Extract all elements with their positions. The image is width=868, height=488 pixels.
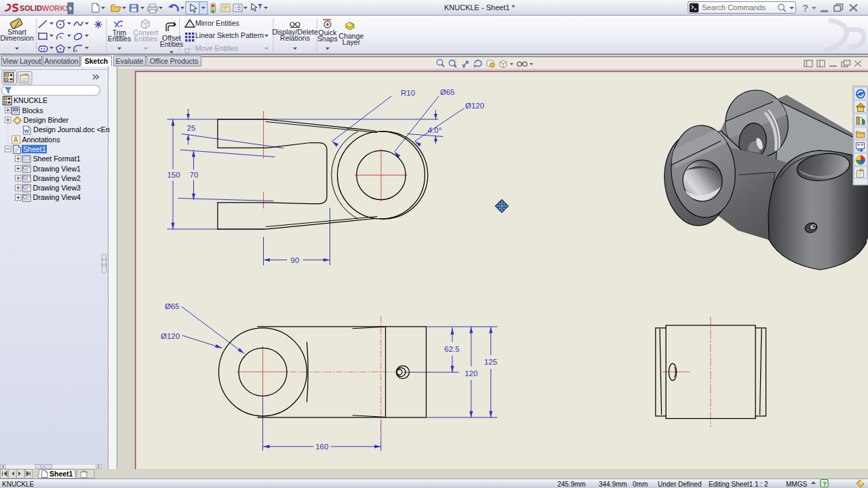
svg-text:Entities: Entities	[134, 35, 157, 43]
svg-text:Annotations: Annotations	[22, 136, 60, 144]
svg-text:120: 120	[465, 369, 477, 378]
svg-text:Relations: Relations	[280, 34, 310, 42]
svg-text:125: 125	[484, 358, 497, 366]
svg-text:?: ?	[823, 480, 827, 487]
svg-text:Sheet1: Sheet1	[23, 145, 46, 153]
svg-text:Blocks: Blocks	[22, 106, 43, 115]
svg-text:Sheet1: Sheet1	[50, 470, 73, 478]
svg-text:R10: R10	[401, 89, 415, 97]
svg-text:4.0°: 4.0°	[428, 126, 442, 134]
svg-text:90: 90	[291, 256, 300, 264]
svg-text:Dimension: Dimension	[0, 34, 34, 42]
svg-text:Sheet Format1: Sheet Format1	[33, 155, 81, 163]
svg-text:Snaps: Snaps	[317, 35, 338, 43]
svg-text:160: 160	[315, 443, 328, 451]
svg-text:Entities: Entities	[160, 40, 183, 48]
svg-text:Move Entities: Move Entities	[195, 44, 238, 52]
svg-text:25: 25	[187, 124, 196, 132]
svg-text:SOLIDWORKS: SOLIDWORKS	[20, 4, 70, 12]
svg-text:Entities: Entities	[108, 35, 131, 43]
svg-text:A: A	[14, 136, 18, 144]
svg-text:62.5: 62.5	[444, 345, 459, 353]
svg-text:Drawing View2: Drawing View2	[33, 174, 81, 182]
svg-text:Ø65: Ø65	[440, 88, 455, 96]
svg-text:Drawing View4: Drawing View4	[33, 193, 81, 201]
svg-text:Drawing View1: Drawing View1	[33, 165, 81, 173]
svg-text:Drawing View3: Drawing View3	[33, 184, 81, 192]
svg-text:Design Journal.doc <En: Design Journal.doc <En	[33, 125, 110, 134]
svg-text:Linear Sketch Pattern: Linear Sketch Pattern	[195, 31, 264, 39]
svg-text:?: ?	[802, 2, 808, 14]
svg-text:W: W	[24, 128, 30, 134]
svg-text:Mirror Entities: Mirror Entities	[195, 19, 239, 27]
svg-text:Ø120: Ø120	[161, 332, 180, 340]
svg-text:Layer: Layer	[342, 38, 361, 46]
svg-text:Ø120: Ø120	[465, 102, 484, 110]
svg-text:KNUCKLE: KNUCKLE	[14, 96, 47, 104]
svg-text:150: 150	[167, 171, 180, 179]
svg-text:Ø65: Ø65	[165, 302, 180, 310]
svg-text:Design Binder: Design Binder	[24, 116, 69, 124]
svg-text:70: 70	[190, 171, 199, 179]
